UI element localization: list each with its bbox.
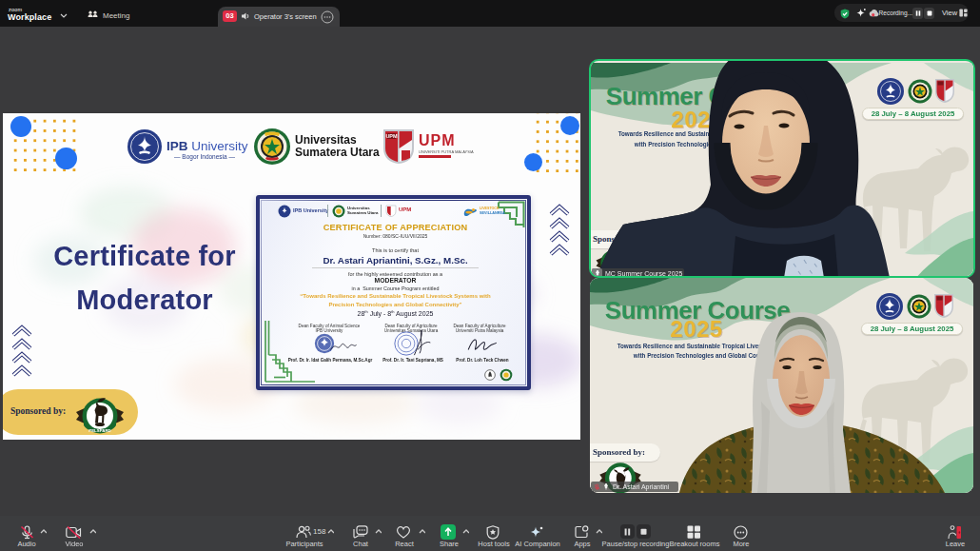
svg-text:UPM: UPM xyxy=(385,133,398,139)
svg-text:PELSPARD: PELSPARD xyxy=(88,428,111,433)
